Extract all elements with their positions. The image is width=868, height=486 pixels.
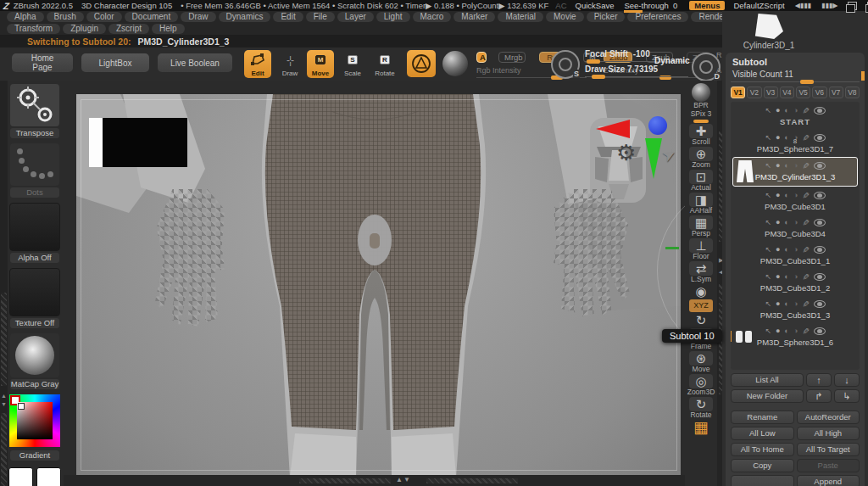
- visible-count-slider[interactable]: Visible Count 11: [731, 70, 860, 83]
- subtool-row[interactable]: ↖ ● ◐ ◑ ✎ PM3D_Cube3D1: [732, 187, 858, 214]
- menu-item[interactable]: Zplugin: [63, 24, 106, 34]
- polypaint-full-icon[interactable]: ●: [776, 300, 780, 308]
- menu-item[interactable]: Layer: [337, 12, 374, 22]
- polypaint-half-icon[interactable]: ◐: [784, 219, 788, 226]
- bottom-hatch-right[interactable]: [426, 478, 518, 483]
- subtool-action-button[interactable]: All To Home: [731, 443, 794, 456]
- gradient-button[interactable]: Gradient: [10, 450, 59, 461]
- polypaint-half-icon[interactable]: ◐: [784, 300, 788, 308]
- subtool-action-button[interactable]: All Low: [731, 427, 794, 440]
- brush-icon[interactable]: ✎: [801, 134, 810, 141]
- gizmo-z-axis-icon[interactable]: [648, 116, 667, 135]
- polypaint-outline-icon[interactable]: ◑: [793, 107, 798, 115]
- see-through-slider[interactable]: See-through 0: [624, 1, 677, 10]
- menu-item[interactable]: Light: [376, 12, 410, 22]
- polypaint-outline-icon[interactable]: ◑: [793, 192, 798, 199]
- shelf-item[interactable]: ◨ AAHalf: [687, 193, 715, 215]
- brush-icon[interactable]: ✎: [801, 300, 810, 307]
- see-through-nub[interactable]: [624, 10, 643, 13]
- main-color-swatch[interactable]: [8, 467, 33, 486]
- polypaint-full-icon[interactable]: ●: [776, 162, 780, 170]
- shelf-item[interactable]: ▦ Persp: [687, 215, 715, 237]
- menu-item[interactable]: Brush: [47, 12, 84, 22]
- subtool-row[interactable]: ↖ ● ◐ ◑ ✎ PM3D_Cube3D1_2: [732, 269, 858, 295]
- shelf-item[interactable]: ◉: [687, 284, 715, 299]
- menu-item[interactable]: Picker: [587, 12, 626, 22]
- gizmo-gear-icon[interactable]: ⚙: [616, 140, 636, 166]
- menus-toggle-button[interactable]: Menus: [689, 1, 725, 10]
- visibility-eye-icon[interactable]: [814, 300, 826, 308]
- draw-size-slider[interactable]: Draw Size 7.73195: [585, 64, 688, 77]
- v-tab[interactable]: V7: [829, 87, 843, 98]
- menu-item[interactable]: Dynamics: [219, 12, 271, 22]
- v-tab[interactable]: V4: [780, 87, 794, 98]
- polypaint-half-icon[interactable]: ◐: [784, 327, 788, 335]
- shelf-item[interactable]: ↻: [687, 313, 715, 327]
- sculptris-pro-button[interactable]: S: [551, 50, 580, 79]
- brush-icon[interactable]: ✎: [801, 107, 810, 114]
- new-folder-button[interactable]: New Folder: [731, 389, 804, 403]
- polypaint-half-icon[interactable]: ◐: [784, 246, 788, 254]
- move-down-button[interactable]: ↓: [834, 373, 860, 387]
- draw-mode-button[interactable]: -¦- Draw: [276, 50, 303, 78]
- color-picker[interactable]: [9, 394, 60, 447]
- menu-item[interactable]: Help: [152, 24, 185, 34]
- brush-icon[interactable]: ✎: [801, 192, 810, 198]
- polypaint-full-icon[interactable]: ●: [776, 219, 780, 226]
- polypaint-outline-icon[interactable]: ◑: [793, 219, 798, 226]
- layout-cycle-icon[interactable]: [848, 2, 857, 10]
- drag-handle-icon[interactable]: ↖: [765, 133, 771, 142]
- edit-mode-button[interactable]: Edit: [244, 50, 271, 78]
- visibility-eye-icon[interactable]: [814, 246, 826, 254]
- gizmo-y-axis-icon[interactable]: [645, 138, 662, 179]
- menu-item[interactable]: Color: [86, 12, 122, 22]
- alpha-a-button[interactable]: A: [476, 52, 487, 63]
- secondary-color-swatch[interactable]: [36, 467, 61, 486]
- brush-icon[interactable]: ✎: [801, 327, 810, 334]
- menu-item[interactable]: Edit: [273, 12, 303, 22]
- subtool-row[interactable]: ↖ ● ◐ ◑ ✎ 8 PM3D_Sphere3D1_7: [732, 130, 858, 156]
- shelf-item[interactable]: ◎ Zoom3D: [687, 374, 715, 396]
- subtool-action-button[interactable]: Paste: [797, 459, 860, 472]
- shelf-item[interactable]: BPR: [687, 83, 715, 109]
- home-page-button[interactable]: Home Page: [12, 53, 73, 72]
- gizmo-x-axis-icon[interactable]: [596, 120, 630, 138]
- stroke-dots-button[interactable]: [10, 143, 59, 186]
- menu-item[interactable]: Macro: [413, 12, 452, 22]
- transpose-button[interactable]: [10, 84, 59, 126]
- polypaint-full-icon[interactable]: ●: [776, 273, 780, 281]
- shelf-item[interactable]: ⊕ Zoom: [687, 147, 715, 169]
- drag-handle-icon[interactable]: ↖: [765, 161, 771, 170]
- drag-handle-icon[interactable]: ↖: [765, 106, 771, 115]
- subtool-row[interactable]: ↖ ● ◐ ◑ ✎ PM3D_Cube3D4: [732, 215, 858, 241]
- bottom-hatch-left[interactable]: [299, 478, 391, 483]
- menu-item[interactable]: Document: [125, 12, 179, 22]
- shelf-item[interactable]: SPix 3: [687, 110, 715, 123]
- timeline-next-icon[interactable]: ▮▮▮▶: [821, 2, 837, 9]
- polypaint-full-icon[interactable]: ●: [776, 246, 780, 254]
- texture-off-button[interactable]: [9, 268, 60, 316]
- menu-item[interactable]: Material: [498, 12, 543, 22]
- menu-item[interactable]: Marker: [453, 12, 495, 22]
- visibility-eye-icon[interactable]: [814, 327, 826, 335]
- v-tab[interactable]: V6: [812, 87, 826, 98]
- scale-mode-button[interactable]: S Scale: [339, 50, 366, 78]
- polypaint-half-icon[interactable]: ◐: [784, 134, 788, 142]
- drag-handle-icon[interactable]: ↖: [765, 272, 771, 281]
- brush-icon[interactable]: ✎: [801, 246, 810, 253]
- menu-item[interactable]: Transform: [7, 24, 60, 34]
- move-out-folder-button[interactable]: ↱: [806, 389, 832, 403]
- tray-toggle-arrows[interactable]: ▲▼: [396, 476, 411, 483]
- shelf-item[interactable]: ✚ Scroll: [687, 124, 715, 146]
- shelf-item[interactable]: ⊥ Floor: [687, 238, 715, 260]
- v-tab[interactable]: V8: [845, 87, 860, 98]
- drag-handle-icon[interactable]: ↖: [765, 299, 771, 308]
- move-into-folder-button[interactable]: ↳: [834, 389, 860, 403]
- append-button[interactable]: Append: [797, 475, 860, 486]
- polypaint-full-icon[interactable]: ●: [776, 134, 780, 142]
- v-tab[interactable]: V3: [764, 87, 778, 98]
- live-boolean-button[interactable]: Live Boolean: [158, 53, 232, 72]
- shelf-item[interactable]: ⇄ L.Sym: [687, 261, 715, 283]
- subtool-row[interactable]: ↖ ● ◐ ◑ ✎ PM3D_Sphere3D1_6: [732, 323, 858, 349]
- current-tool-thumbnail[interactable]: [753, 14, 783, 39]
